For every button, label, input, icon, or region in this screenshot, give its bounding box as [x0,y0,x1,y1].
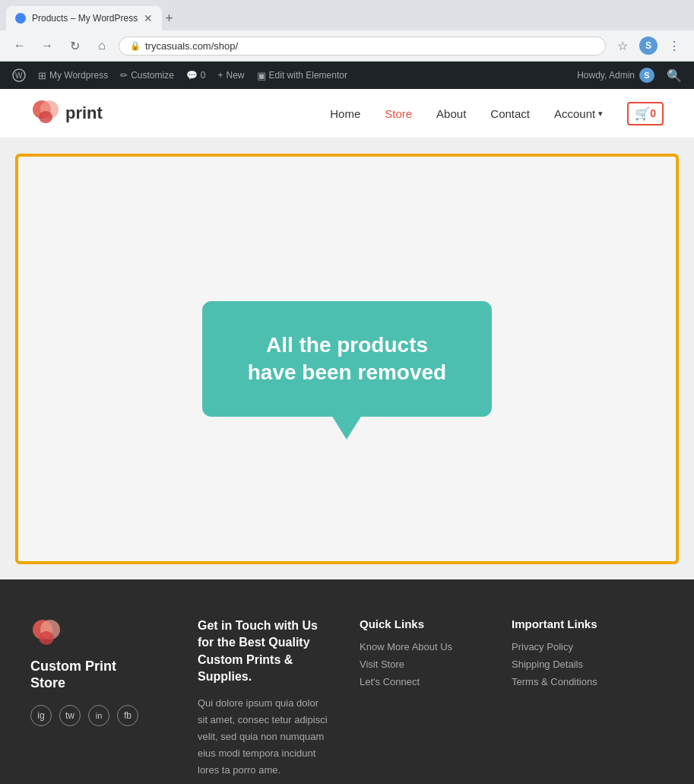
footer-link-know-more[interactable]: Know More About Us [360,641,481,652]
instagram-icon[interactable]: ig [30,705,52,726]
site-nav: Home Store About Contact Account ▾ 🛒 0 [330,102,664,125]
facebook-icon[interactable]: fb [117,705,138,726]
nav-store[interactable]: Store [385,107,412,120]
footer-link-privacy[interactable]: Privacy Policy [512,641,664,652]
svg-point-7 [39,631,54,645]
footer-social: ig tw in fb [30,705,167,726]
back-button[interactable]: ← [9,35,30,56]
nav-about[interactable]: About [436,107,466,120]
forward-button[interactable]: → [36,35,58,56]
tab-bar: Products – My WordPress ✕ + [0,0,694,30]
address-text: trycasuals.com/shop/ [145,40,594,52]
wp-comments-link[interactable]: 💬 0 [180,62,212,89]
menu-button[interactable]: ⋮ [664,35,685,56]
main-content: All the products have been removed [0,138,694,579]
pencil-icon: ✏ [120,70,128,81]
tab-favicon [15,13,26,24]
wp-howdy-text: Howdy, Admin S [571,68,661,83]
wp-admin-bar: W ⊞ My Wordpress ✏ Customize 💬 0 + New ▣… [0,62,694,89]
svg-point-4 [39,111,52,123]
cart-button[interactable]: 🛒 0 [627,102,664,125]
cart-count: 0 [650,107,656,119]
plus-icon: + [218,70,223,81]
home-button[interactable]: ⌂ [91,35,112,56]
footer-logo-col: Custom Print Store ig tw in fb [30,617,167,779]
toolbar-icons: ☆ S ⋮ [612,35,685,56]
site-footer: Custom Print Store ig tw in fb Get in To… [0,579,694,784]
reload-button[interactable]: ↻ [64,35,85,56]
svg-text:W: W [15,71,23,80]
speech-bubble: All the products have been removed [202,301,492,417]
address-bar[interactable]: 🔒 trycasuals.com/shop/ [119,37,606,56]
footer-link-lets-connect[interactable]: Let's Connect [360,676,481,687]
site-header: print Home Store About Contact Account ▾… [0,89,694,138]
footer-important-links-title: Important Links [512,617,664,630]
cart-icon: 🛒 [635,106,650,121]
wp-logo-icon: ⊞ [38,70,46,81]
new-tab-button[interactable]: + [165,11,173,27]
footer-contact-body: Qui dolore ipsum quia dolor sit amet, co… [198,695,329,779]
address-bar-row: ← → ↻ ⌂ 🔒 trycasuals.com/shop/ ☆ S ⋮ [0,30,694,61]
tab-close-button[interactable]: ✕ [144,12,153,24]
footer-link-shipping[interactable]: Shipping Details [512,659,664,670]
nav-contact[interactable]: Contact [490,107,530,120]
wp-admin-bar-right: Howdy, Admin S 🔍 [571,68,688,83]
footer-link-visit-store[interactable]: Visit Store [360,659,481,670]
site-logo[interactable]: print [30,98,103,129]
footer-contact-col: Get in Touch with Us for the Best Qualit… [198,617,329,779]
footer-brand-name: Custom Print Store [30,659,167,691]
comment-icon: 💬 [186,70,198,81]
browser-chrome: Products – My WordPress ✕ + ← → ↻ ⌂ 🔒 tr… [0,0,694,62]
profile-avatar[interactable]: S [639,37,658,55]
browser-tab[interactable]: Products – My WordPress ✕ [6,6,162,30]
wp-customize-link[interactable]: ✏ Customize [114,62,180,89]
elementor-icon: ▣ [257,70,266,81]
footer-logo-icon [30,617,62,649]
empty-products-message: All the products have been removed [248,332,446,387]
tab-title: Products – My WordPress [32,13,138,24]
lock-icon: 🔒 [130,41,141,51]
wp-new-link[interactable]: + New [212,62,251,89]
footer-quick-links: Quick Links Know More About Us Visit Sto… [360,617,481,779]
nav-home[interactable]: Home [330,107,360,120]
chevron-down-icon: ▾ [598,109,603,119]
logo-icon [30,98,61,129]
footer-contact-title: Get in Touch with Us for the Best Qualit… [198,617,329,686]
nav-account[interactable]: Account ▾ [554,107,603,120]
linkedin-icon[interactable]: in [88,705,109,726]
content-area: All the products have been removed [15,154,679,564]
footer-quick-links-title: Quick Links [360,617,481,630]
wp-elementor-link[interactable]: ▣ Edit with Elementor [251,62,353,89]
footer-link-terms[interactable]: Terms & Conditions [512,676,664,687]
twitter-icon[interactable]: tw [59,705,81,726]
bookmark-button[interactable]: ☆ [612,35,633,56]
footer-important-links: Important Links Privacy Policy Shipping … [512,617,664,779]
wp-admin-avatar: S [639,68,654,83]
wp-my-wordpress-link[interactable]: ⊞ My Wordpress [32,62,114,89]
logo-text: print [65,103,103,123]
wp-logo-button[interactable]: W [6,62,32,89]
speech-bubble-wrap: All the products have been removed [202,301,492,417]
wp-search-button[interactable]: 🔍 [661,68,688,83]
